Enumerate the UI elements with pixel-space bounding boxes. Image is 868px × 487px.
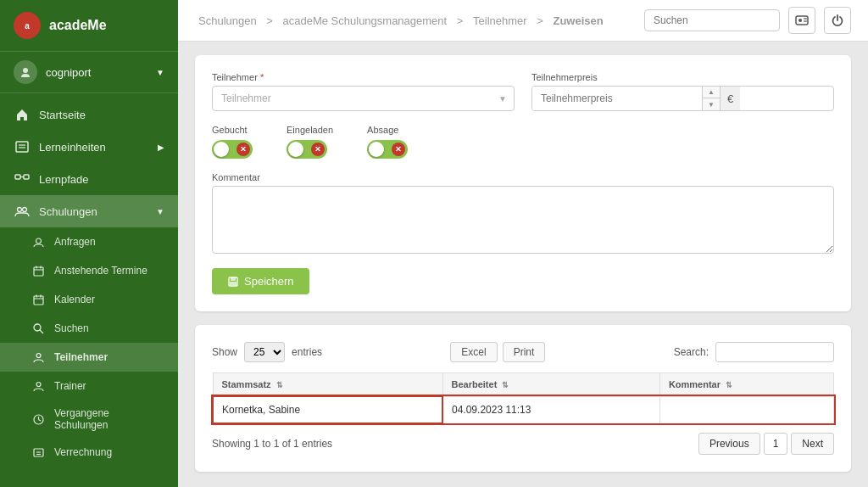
table-controls-center: Excel Print [450, 342, 545, 362]
save-icon [227, 276, 239, 288]
sidebar-item-teilnehmer[interactable]: Teilnehmer [0, 343, 178, 372]
sidebar-item-startseite[interactable]: Startseite [0, 98, 178, 131]
sidebar-item-kalender[interactable]: Kalender [0, 285, 178, 314]
power-icon[interactable] [824, 7, 851, 34]
col-stammsatz[interactable]: Stammsatz ⇅ [213, 373, 442, 397]
svg-line-26 [38, 419, 41, 421]
sidebar-label-schulungen: Schulungen [39, 205, 97, 218]
previous-button[interactable]: Previous [698, 433, 760, 455]
main-content: Schulungen > acadeMe Schulungsmanagement… [178, 0, 868, 487]
gebucht-x-icon: ✕ [236, 143, 250, 156]
eingeladen-x-icon: ✕ [311, 143, 325, 156]
sidebar-item-lerneinheiten[interactable]: Lerneinheiten ▶ [0, 131, 178, 163]
absage-toggle-group: Absage ✕ [367, 125, 408, 159]
svg-rect-3 [16, 142, 28, 152]
kommentar-group: Kommentar [212, 172, 834, 268]
teilnehmerpreis-input-wrapper[interactable]: ▲ ▼ € [531, 86, 834, 111]
breadcrumb-schulungen[interactable]: Schulungen [198, 14, 257, 27]
teilnehmer-select[interactable]: Teilnehmer [213, 87, 514, 110]
table-info: Showing 1 to 1 of 1 entries [212, 438, 332, 450]
sort-icon-kommentar: ⇅ [726, 381, 732, 389]
breadcrumb-schulungsmanagement[interactable]: acadeMe Schulungsmanagement [283, 14, 448, 27]
sidebar-label-suchen: Suchen [54, 322, 89, 334]
svg-point-22 [36, 353, 41, 357]
sidebar-label-lerneinheiten: Lerneinheiten [39, 141, 106, 154]
sidebar-item-anstehende-termine[interactable]: Anstehende Termine [0, 256, 178, 285]
svg-line-21 [40, 330, 43, 333]
save-label: Speichern [244, 275, 294, 288]
lerneinheiten-icon [14, 138, 31, 155]
print-button[interactable]: Print [503, 342, 546, 362]
save-button[interactable]: Speichern [212, 268, 309, 294]
org-name: cogniport [46, 66, 91, 79]
svg-point-2 [23, 68, 28, 73]
price-spinner[interactable]: ▲ ▼ [702, 87, 720, 110]
profile-icon[interactable] [788, 7, 815, 34]
lernpfade-icon [14, 171, 31, 188]
sidebar-label-vergangene-schulungen: Vergangene Schulungen [54, 407, 164, 431]
entries-select[interactable]: 25 [244, 342, 285, 362]
topbar: Schulungen > acadeMe Schulungsmanagement… [178, 0, 868, 42]
sidebar-label-kalender: Kalender [54, 294, 95, 305]
table-row[interactable]: Kornetka, Sabine 04.09.2023 11:13 [213, 396, 834, 423]
sidebar-item-trainer[interactable]: Trainer [0, 372, 178, 400]
sidebar-logo[interactable]: a acadeMe [0, 0, 178, 52]
sidebar-item-vergangene-schulungen[interactable]: Vergangene Schulungen [0, 400, 178, 438]
table-search-input[interactable] [715, 342, 834, 362]
teilnehmer-icon [31, 350, 46, 365]
svg-rect-16 [34, 296, 43, 305]
breadcrumb-sep-1: > [266, 14, 275, 27]
col-kommentar[interactable]: Kommentar ⇅ [659, 373, 833, 397]
trainer-icon [31, 378, 46, 394]
teilnehmer-select-wrapper[interactable]: Teilnehmer ▼ [212, 86, 515, 111]
vergangene-icon [31, 411, 46, 427]
lerneinheiten-arrow-icon: ▶ [158, 143, 164, 152]
sidebar-label-anstehende-termine: Anstehende Termine [54, 265, 147, 277]
eingeladen-toggle[interactable]: ✕ [287, 140, 327, 159]
teilnehmerpreis-input[interactable] [532, 87, 702, 110]
svg-rect-12 [34, 267, 43, 276]
price-down-btn[interactable]: ▼ [703, 98, 720, 110]
sort-icon-stammsatz: ⇅ [276, 381, 283, 389]
form-card: Teilnehmer * Teilnehmer ▼ Teilnehmerprei… [195, 55, 851, 311]
excel-button[interactable]: Excel [450, 342, 497, 362]
sidebar-item-verrechnung[interactable]: Verrechnung [0, 438, 178, 467]
table-controls-right: Search: [674, 342, 834, 362]
sidebar-item-suchen[interactable]: Suchen [0, 314, 178, 343]
sidebar-item-lernpfade[interactable]: Lernpfade [0, 163, 178, 195]
gebucht-toggle[interactable]: ✕ [212, 140, 253, 159]
gebucht-toggle-group: Gebucht ✕ [212, 125, 253, 159]
euro-sign: € [720, 87, 740, 110]
table-controls-left: Show 25 entries [212, 342, 322, 362]
org-selector[interactable]: cogniport ▼ [0, 52, 178, 93]
current-page: 1 [764, 433, 788, 455]
entries-label: entries [292, 346, 322, 358]
svg-point-11 [36, 238, 41, 244]
col-bearbeitet[interactable]: Bearbeitet ⇅ [442, 373, 659, 397]
topbar-search-input[interactable] [644, 9, 780, 31]
verrechnung-icon [31, 445, 46, 460]
cell-stammsatz: Kornetka, Sabine [213, 396, 442, 423]
suchen-icon [31, 321, 46, 336]
topbar-right [644, 7, 851, 34]
svg-point-20 [34, 324, 41, 331]
table-head: Stammsatz ⇅ Bearbeitet ⇅ Kommentar ⇅ [213, 373, 834, 397]
svg-rect-36 [230, 282, 236, 285]
price-up-btn[interactable]: ▲ [703, 87, 720, 98]
sidebar-item-schulungen[interactable]: Schulungen ▼ [0, 195, 178, 227]
kommentar-textarea[interactable] [212, 186, 834, 254]
show-label: Show [212, 346, 237, 358]
form-row-1: Teilnehmer * Teilnehmer ▼ Teilnehmerprei… [212, 72, 834, 111]
breadcrumb-teilnehmer[interactable]: Teilnehmer [473, 14, 527, 27]
sidebar-label-teilnehmer: Teilnehmer [54, 351, 108, 363]
sidebar-label-verrechnung: Verrechnung [54, 446, 112, 458]
teilnehmer-label: Teilnehmer * [212, 72, 515, 82]
gebucht-knob [214, 142, 229, 157]
org-arrow-icon: ▼ [156, 68, 164, 77]
next-button[interactable]: Next [791, 433, 834, 455]
kommentar-label: Kommentar [212, 172, 834, 182]
sidebar-item-anfragen[interactable]: Anfragen [0, 227, 178, 256]
absage-toggle[interactable]: ✕ [367, 140, 408, 159]
svg-point-31 [798, 19, 802, 22]
kalender-icon [31, 292, 46, 307]
